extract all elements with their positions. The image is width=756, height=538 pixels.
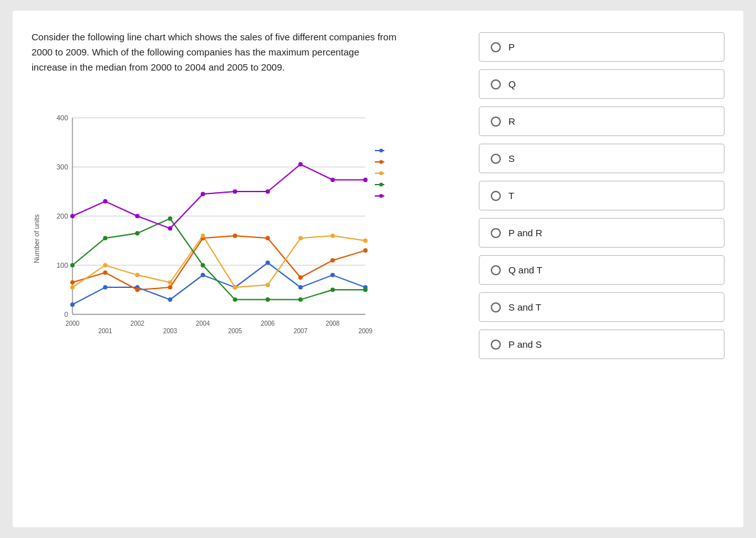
dot-s-3 [168,216,173,220]
dot-s-2 [135,231,140,236]
line-chart: Number of units 0 100 200 300 400 [32,94,384,358]
dot-q-9 [364,248,368,253]
dot-p-4 [201,273,205,277]
legend-dot-s [379,183,383,186]
dot-p-7 [299,285,303,290]
dot-q-3 [168,285,173,290]
dot-s-5 [233,297,238,302]
y-tick-100: 100 [57,261,68,269]
dot-p-6 [266,261,270,265]
radio-pands[interactable] [491,340,501,350]
radio-qandt[interactable] [491,265,501,275]
y-tick-400: 400 [57,114,68,122]
x-tick-2002: 2002 [130,320,145,327]
legend-dot-p [379,149,383,152]
chart-container: Number of units 0 100 200 300 400 [32,94,384,358]
dot-r-5 [233,285,238,290]
x-tick-2005: 2005 [228,328,243,335]
main-card: Consider the following line chart which … [13,11,743,527]
option-t[interactable]: T [479,181,724,210]
option-pandr[interactable]: P and R [479,218,724,248]
option-s-label: S [508,153,515,164]
option-qandt[interactable]: Q and T [479,255,724,285]
dot-r-1 [103,263,108,268]
dot-t-7 [299,162,303,166]
option-pands-label: P and S [508,339,542,350]
y-axis-label: Number of units [33,214,40,263]
left-panel: Consider the following line chart which … [32,30,460,508]
x-tick-2003: 2003 [163,328,178,335]
x-tick-2006: 2006 [261,320,275,327]
option-r[interactable]: R [479,106,724,136]
y-tick-0: 0 [64,311,68,318]
dot-q-8 [331,258,335,263]
option-sandt-label: S and T [508,302,541,312]
line-t [72,164,365,229]
radio-t[interactable] [491,191,501,201]
option-pandr-label: P and R [508,227,542,238]
option-q[interactable]: Q [479,69,724,99]
dot-r-2 [135,273,140,277]
dot-t-2 [135,214,140,219]
radio-sandt[interactable] [491,302,501,312]
dot-t-8 [331,178,335,182]
dot-r-4 [201,234,205,238]
dot-t-9 [364,178,368,182]
legend-dot-q [379,160,383,164]
dot-s-0 [71,263,75,268]
x-tick-2009: 2009 [358,328,373,335]
dot-q-0 [71,280,75,285]
dot-r-8 [331,234,335,238]
dot-t-1 [103,199,108,203]
radio-p[interactable] [491,42,501,52]
dot-q-2 [135,288,140,292]
dot-t-0 [71,214,75,219]
dot-q-6 [266,236,270,241]
dot-t-4 [201,192,205,197]
y-tick-300: 300 [57,163,68,171]
dot-q-7 [299,275,303,280]
question-text: Consider the following line chart which … [32,30,397,75]
y-tick-200: 200 [57,212,68,220]
dot-q-5 [233,234,238,238]
dot-q-1 [103,270,108,275]
legend-dot-r [379,171,383,175]
dot-s-8 [331,288,335,292]
option-s[interactable]: S [479,144,724,173]
option-sandt[interactable]: S and T [479,292,724,322]
x-tick-2008: 2008 [326,320,340,327]
option-t-label: T [508,190,514,201]
radio-q[interactable] [491,79,501,89]
right-panel: P Q R S T P and R Q and T S and T [479,30,724,508]
option-pands[interactable]: P and S [479,329,724,359]
dot-p-0 [71,302,75,307]
dot-r-7 [299,236,303,241]
dot-p-8 [331,273,335,277]
dot-s-7 [299,297,303,302]
dot-s-9 [364,288,368,292]
radio-pandr[interactable] [491,228,501,238]
dot-s-4 [201,263,205,268]
x-tick-2001: 2001 [98,328,113,335]
dot-p-1 [103,285,108,290]
dot-r-3 [168,280,173,285]
option-q-label: Q [508,79,516,89]
radio-s[interactable] [491,154,501,164]
dot-t-3 [168,226,173,231]
dot-t-5 [233,190,238,194]
option-p[interactable]: P [479,32,724,62]
x-tick-2000: 2000 [66,320,80,327]
option-p-label: P [508,42,515,52]
radio-r[interactable] [491,117,501,127]
x-tick-2004: 2004 [196,320,210,327]
option-r-label: R [508,116,515,127]
dot-r-9 [364,239,368,243]
dot-p-3 [168,297,173,302]
dot-r-0 [71,285,75,290]
option-qandt-label: Q and T [508,265,542,275]
dot-s-6 [266,297,270,302]
dot-s-1 [103,236,108,241]
x-tick-2007: 2007 [294,328,308,335]
legend-dot-t [379,194,383,198]
dot-r-6 [266,283,270,287]
